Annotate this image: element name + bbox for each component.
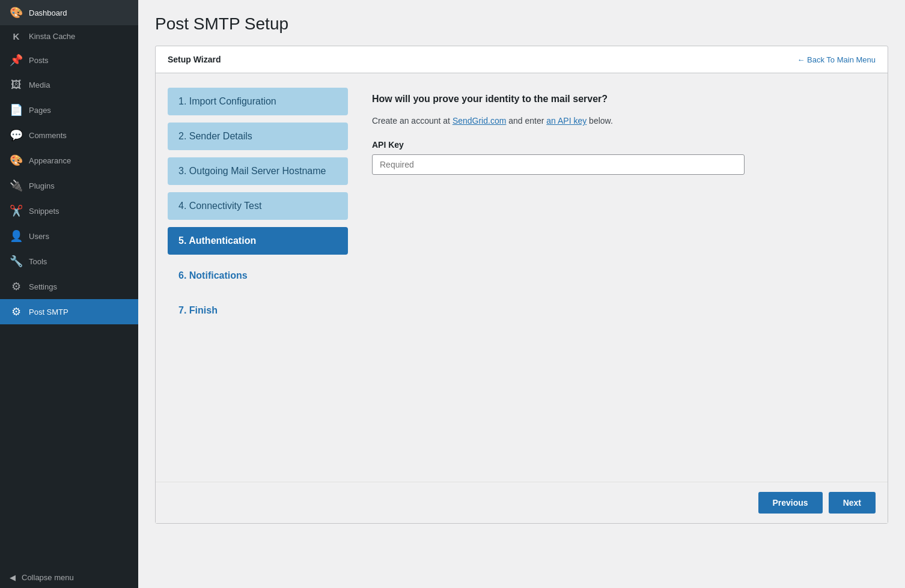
plugins-icon: 🔌 [10, 179, 23, 192]
sidebar-item-users[interactable]: 👤 Users [0, 223, 138, 249]
sidebar-label: Dashboard [29, 8, 67, 17]
sidebar-label: Post SMTP [29, 308, 69, 317]
step-2[interactable]: 2. Sender Details [168, 123, 348, 150]
sidebar-item-kinsta-cache[interactable]: K Kinsta Cache [0, 25, 138, 47]
sidebar-label: Snippets [29, 207, 59, 216]
sidebar-label: Users [29, 232, 49, 241]
snippets-icon: ✂️ [10, 204, 23, 217]
step-5-label: 5. Authentication [178, 235, 256, 246]
sidebar-item-plugins[interactable]: 🔌 Plugins [0, 173, 138, 198]
wizard-footer: Previous Next [156, 482, 888, 523]
step-1-label: 1. Import Configuration [178, 96, 276, 106]
comments-icon: 💬 [10, 129, 23, 142]
description-suffix: below. [587, 116, 613, 126]
kinsta-icon: K [10, 31, 23, 41]
media-icon: 🖼 [10, 79, 23, 91]
step-3-label: 3. Outgoing Mail Server Hostname [178, 166, 326, 176]
sidebar-label: Tools [29, 257, 47, 266]
step-4[interactable]: 4. Connectivity Test [168, 192, 348, 220]
sidebar-item-tools[interactable]: 🔧 Tools [0, 249, 138, 274]
api-key-link[interactable]: an API key [546, 116, 587, 126]
main-content: Post SMTP Setup Setup Wizard ← Back To M… [138, 0, 905, 588]
setup-wizard-card: Setup Wizard ← Back To Main Menu 1. Impo… [155, 46, 888, 524]
collapse-icon: ◀ [10, 573, 16, 582]
step-2-label: 2. Sender Details [178, 131, 252, 141]
sidebar-item-comments[interactable]: 💬 Comments [0, 123, 138, 148]
step-question: How will you prove your identity to the … [372, 92, 876, 106]
sidebar-item-media[interactable]: 🖼 Media [0, 73, 138, 97]
sidebar-item-pages[interactable]: 📄 Pages [0, 97, 138, 123]
card-header-title: Setup Wizard [168, 55, 221, 64]
dashboard-icon: 🎨 [10, 6, 23, 19]
collapse-menu[interactable]: ◀ Collapse menu [0, 567, 138, 588]
sidebar-label: Appearance [29, 156, 71, 165]
step-description: Create an account at SendGrid.com and en… [372, 114, 876, 127]
description-middle: and enter [506, 116, 546, 126]
step-3[interactable]: 3. Outgoing Mail Server Hostname [168, 157, 348, 185]
step-1[interactable]: 1. Import Configuration [168, 88, 348, 115]
settings-icon: ⚙ [10, 280, 23, 293]
sidebar-label: Settings [29, 282, 57, 291]
back-link-label: Back To Main Menu [807, 55, 876, 64]
sidebar-item-posts[interactable]: 📌 Posts [0, 47, 138, 73]
sidebar-item-post-smtp[interactable]: ⚙ Post SMTP [0, 299, 138, 324]
sidebar: 🎨 Dashboard K Kinsta Cache 📌 Posts 🖼 Med… [0, 0, 138, 588]
pages-icon: 📄 [10, 103, 23, 117]
api-key-label: API Key [372, 140, 876, 150]
step-5[interactable]: 5. Authentication [168, 227, 348, 255]
previous-button[interactable]: Previous [758, 492, 823, 514]
sidebar-item-snippets[interactable]: ✂️ Snippets [0, 198, 138, 223]
post-smtp-icon: ⚙ [10, 305, 23, 318]
steps-list: 1. Import Configuration 2. Sender Detail… [168, 88, 348, 467]
sendgrid-link[interactable]: SendGrid.com [452, 116, 506, 126]
page-title: Post SMTP Setup [155, 14, 888, 34]
collapse-label: Collapse menu [22, 573, 74, 582]
posts-icon: 📌 [10, 53, 23, 67]
back-to-main-menu-link[interactable]: ← Back To Main Menu [797, 55, 876, 64]
step-6-label: 6. Notifications [178, 270, 248, 280]
description-prefix: Create an account at [372, 116, 452, 126]
card-header: Setup Wizard ← Back To Main Menu [156, 46, 888, 73]
next-button[interactable]: Next [829, 492, 876, 514]
wizard-body: 1. Import Configuration 2. Sender Detail… [156, 73, 888, 482]
step-7[interactable]: 7. Finish [168, 297, 348, 324]
appearance-icon: 🎨 [10, 154, 23, 167]
sidebar-item-settings[interactable]: ⚙ Settings [0, 274, 138, 299]
step-4-label: 4. Connectivity Test [178, 201, 261, 211]
step-6[interactable]: 6. Notifications [168, 262, 348, 289]
sidebar-label: Posts [29, 56, 49, 65]
sidebar-label: Plugins [29, 181, 55, 190]
users-icon: 👤 [10, 229, 23, 243]
sidebar-item-appearance[interactable]: 🎨 Appearance [0, 148, 138, 173]
step-content-panel: How will you prove your identity to the … [372, 88, 876, 467]
tools-icon: 🔧 [10, 255, 23, 268]
sidebar-label: Kinsta Cache [29, 32, 75, 41]
api-key-input[interactable] [372, 154, 745, 175]
sidebar-item-dashboard[interactable]: 🎨 Dashboard [0, 0, 138, 25]
step-7-label: 7. Finish [178, 305, 218, 315]
sidebar-label: Media [29, 80, 50, 89]
sidebar-label: Pages [29, 106, 51, 115]
sidebar-label: Comments [29, 131, 67, 140]
back-arrow-icon: ← [797, 55, 805, 64]
